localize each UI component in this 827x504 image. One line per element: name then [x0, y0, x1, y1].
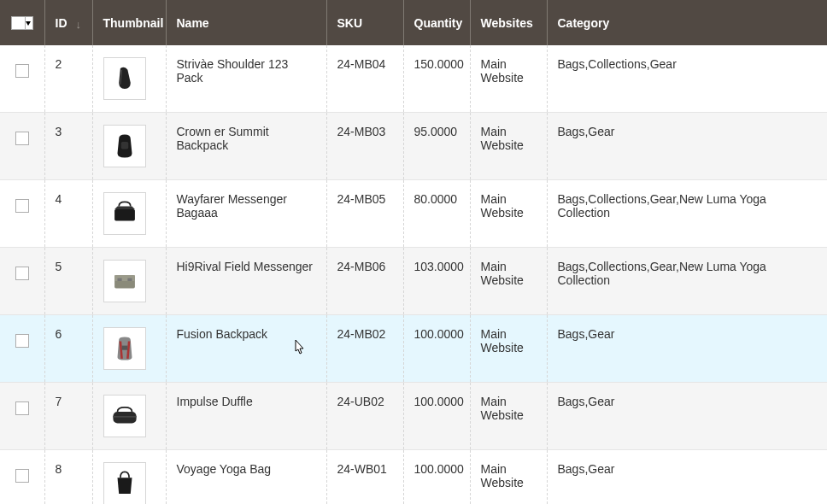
- cell-name: Strivàe Shoulder 123 Pack: [166, 45, 326, 113]
- svg-rect-1: [114, 209, 135, 221]
- cell-quantity: 150.0000: [403, 45, 470, 113]
- select-all-dropdown-icon[interactable]: [11, 16, 33, 30]
- svg-rect-8: [113, 416, 136, 418]
- cell-websites: Main Website: [470, 113, 547, 180]
- row-checkbox[interactable]: [15, 469, 29, 483]
- cell-id: 4: [44, 180, 92, 248]
- cell-category: Bags,Gear: [547, 383, 827, 450]
- cell-id: 8: [44, 450, 92, 504]
- cell-websites: Main Website: [470, 383, 547, 450]
- header-id-label: ID: [56, 16, 67, 30]
- thumbnail-icon: [103, 57, 146, 100]
- cell-thumbnail: [92, 315, 166, 383]
- row-checkbox[interactable]: [15, 267, 29, 280]
- cell-thumbnail: [92, 450, 166, 504]
- cell-thumbnail: [92, 383, 166, 450]
- cell-sku: 24-MB05: [326, 180, 403, 248]
- svg-rect-5: [127, 278, 132, 281]
- table-row[interactable]: 8Voyage Yoga Bag24-WB01100.0000Main Webs…: [0, 450, 827, 504]
- header-name[interactable]: Name: [166, 0, 326, 45]
- cell-quantity: 100.0000: [403, 383, 470, 450]
- cell-websites: Main Website: [470, 315, 547, 383]
- header-sku[interactable]: SKU: [326, 0, 403, 45]
- table-row[interactable]: 2Strivàe Shoulder 123 Pack24-MB04150.000…: [0, 45, 827, 113]
- cell-name: Voyage Yoga Bag: [166, 450, 326, 504]
- header-checkbox[interactable]: [0, 0, 44, 45]
- svg-rect-7: [113, 412, 136, 424]
- cell-id: 5: [44, 248, 92, 315]
- svg-rect-0: [120, 142, 128, 149]
- svg-rect-4: [117, 278, 121, 281]
- cell-name: Wayfarer Messenger Bagaaa: [166, 180, 326, 248]
- cell-thumbnail: [92, 248, 166, 315]
- cell-quantity: 100.0000: [403, 450, 470, 504]
- cell-quantity: 80.0000: [403, 180, 470, 248]
- thumbnail-icon: [103, 327, 146, 370]
- cell-sku: 24-MB04: [326, 45, 403, 113]
- header-websites[interactable]: Websites: [470, 0, 547, 45]
- cell-websites: Main Website: [470, 248, 547, 315]
- cell-name: Fusion Backpack: [166, 315, 326, 383]
- cell-category: Bags,Gear: [547, 315, 827, 383]
- cell-name: Impulse Duffle: [166, 383, 326, 450]
- cell-category: Bags,Collections,Gear,New Luma Yoga Coll…: [547, 248, 827, 315]
- thumbnail-icon: [103, 462, 146, 504]
- row-checkbox[interactable]: [15, 199, 29, 213]
- svg-rect-6: [121, 346, 127, 350]
- cell-websites: Main Website: [470, 180, 547, 248]
- cell-category: Bags,Collections,Gear: [547, 45, 827, 113]
- cell-thumbnail: [92, 45, 166, 113]
- thumbnail-icon: [103, 192, 146, 235]
- header-category[interactable]: Category: [547, 0, 827, 45]
- products-table: ID ↓ Thumbnail Name SKU Quantity Website…: [0, 0, 827, 504]
- table-row[interactable]: 6Fusion Backpack24-MB02100.0000Main Webs…: [0, 315, 827, 383]
- cell-name: Crown er Summit Backpack: [166, 113, 326, 180]
- cell-sku: 24-UB02: [326, 383, 403, 450]
- table-row[interactable]: 5Hi9Rival Field Messenger24-MB06103.0000…: [0, 248, 827, 315]
- cell-thumbnail: [92, 180, 166, 248]
- cell-id: 2: [44, 45, 92, 113]
- cell-id: 6: [44, 315, 92, 383]
- cell-thumbnail: [92, 113, 166, 180]
- thumbnail-icon: [103, 260, 146, 302]
- cell-sku: 24-MB02: [326, 315, 403, 383]
- header-quantity[interactable]: Quantity: [403, 0, 470, 45]
- row-checkbox[interactable]: [15, 401, 29, 415]
- cell-id: 7: [44, 383, 92, 450]
- cell-category: Bags,Gear: [547, 450, 827, 504]
- table-row[interactable]: 4Wayfarer Messenger Bagaaa24-MB0580.0000…: [0, 180, 827, 248]
- header-thumbnail[interactable]: Thumbnail: [92, 0, 166, 45]
- sort-down-icon: ↓: [75, 18, 81, 31]
- row-checkbox[interactable]: [15, 334, 29, 348]
- cell-sku: 24-MB06: [326, 248, 403, 315]
- thumbnail-icon: [103, 125, 146, 167]
- row-checkbox[interactable]: [15, 64, 29, 78]
- cell-sku: 24-MB03: [326, 113, 403, 180]
- cell-sku: 24-WB01: [326, 450, 403, 504]
- cell-quantity: 100.0000: [403, 315, 470, 383]
- cell-category: Bags,Gear: [547, 113, 827, 180]
- cell-id: 3: [44, 113, 92, 180]
- thumbnail-icon: [103, 395, 146, 437]
- table-row[interactable]: 3Crown er Summit Backpack24-MB0395.0000M…: [0, 113, 827, 180]
- row-checkbox[interactable]: [15, 132, 29, 145]
- header-id[interactable]: ID ↓: [44, 0, 92, 45]
- cell-quantity: 95.0000: [403, 113, 470, 180]
- cell-name: Hi9Rival Field Messenger: [166, 248, 326, 315]
- cell-websites: Main Website: [470, 450, 547, 504]
- cell-quantity: 103.0000: [403, 248, 470, 315]
- cell-websites: Main Website: [470, 45, 547, 113]
- cell-category: Bags,Collections,Gear,New Luma Yoga Coll…: [547, 180, 827, 248]
- table-row[interactable]: 7Impulse Duffle24-UB02100.0000Main Websi…: [0, 383, 827, 450]
